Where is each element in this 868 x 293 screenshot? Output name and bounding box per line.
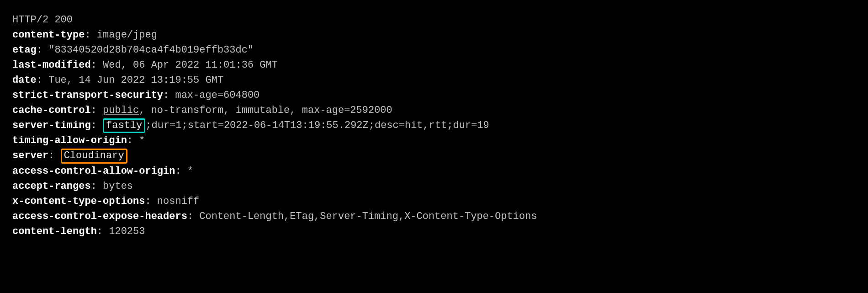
header-name: server xyxy=(12,150,48,161)
header-content-length: content-length: 120253 xyxy=(12,224,856,239)
header-access-control-expose-headers: access-control-expose-headers: Content-L… xyxy=(12,209,856,224)
header-etag: etag: "83340520d28b704ca4f4b019effb33dc" xyxy=(12,43,856,58)
header-value: image/jpeg xyxy=(97,29,157,41)
header-name: content-length xyxy=(12,226,97,237)
highlight-fastly: fastly xyxy=(103,118,145,133)
header-value: nosniff xyxy=(157,196,199,207)
header-name: last-modified xyxy=(12,59,91,71)
header-name: date xyxy=(12,75,37,86)
header-name: etag xyxy=(12,44,37,56)
header-name: timing-allow-origin xyxy=(12,135,127,146)
header-value: bytes xyxy=(103,181,133,192)
header-name: accept-ranges xyxy=(12,181,91,192)
header-value-public: public xyxy=(103,105,139,116)
header-server-timing: server-timing: fastly;dur=1;start=2022-0… xyxy=(12,118,856,133)
header-cache-control: cache-control: public, no-transform, imm… xyxy=(12,103,856,118)
header-value: * xyxy=(187,165,193,177)
http-response-output: HTTP/2 200 content-type: image/jpeg etag… xyxy=(12,12,856,239)
header-value: "83340520d28b704ca4f4b019effb33dc" xyxy=(48,44,254,56)
header-access-control-allow-origin: access-control-allow-origin: * xyxy=(12,164,856,179)
header-accept-ranges: accept-ranges: bytes xyxy=(12,179,856,194)
header-value: Wed, 06 Apr 2022 11:01:36 GMT xyxy=(103,59,278,71)
header-name: access-control-expose-headers xyxy=(12,211,187,222)
header-x-content-type-options: x-content-type-options: nosniff xyxy=(12,194,856,209)
header-value: 120253 xyxy=(109,226,145,237)
header-value-rest: , no-transform, immutable, max-age=25920… xyxy=(139,105,392,116)
header-value: Tue, 14 Jun 2022 13:19:55 GMT xyxy=(48,75,223,86)
header-value-rest: ;dur=1;start=2022-06-14T13:19:55.292Z;de… xyxy=(145,120,489,131)
header-value: max-age=604800 xyxy=(175,90,259,101)
header-name: server-timing xyxy=(12,120,91,131)
header-name: content-type xyxy=(12,29,85,41)
header-content-type: content-type: image/jpeg xyxy=(12,27,856,43)
header-name: x-content-type-options xyxy=(12,196,145,207)
header-name: strict-transport-security xyxy=(12,90,163,101)
status-line: HTTP/2 200 xyxy=(12,12,856,27)
header-strict-transport-security: strict-transport-security: max-age=60480… xyxy=(12,88,856,103)
header-value: * xyxy=(139,135,145,146)
highlight-cloudinary: Cloudinary xyxy=(61,149,127,163)
header-name: access-control-allow-origin xyxy=(12,165,175,177)
header-server: server: Cloudinary xyxy=(12,148,856,163)
header-timing-allow-origin: timing-allow-origin: * xyxy=(12,133,856,148)
header-name: cache-control xyxy=(12,105,91,116)
header-last-modified: last-modified: Wed, 06 Apr 2022 11:01:36… xyxy=(12,58,856,73)
header-date: date: Tue, 14 Jun 2022 13:19:55 GMT xyxy=(12,73,856,88)
header-value: Content-Length,ETag,Server-Timing,X-Cont… xyxy=(199,211,537,222)
